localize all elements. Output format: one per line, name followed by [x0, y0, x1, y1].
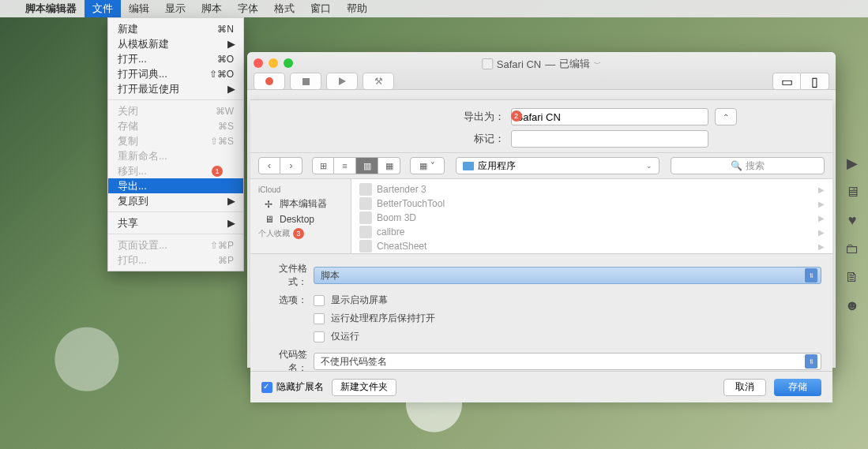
cancel-button[interactable]: 取消 [723, 379, 766, 396]
app-icon: ✢ [265, 199, 276, 210]
menu-open-dictionary[interactable]: 打开词典...⇧⌘O [108, 66, 243, 81]
file-column[interactable]: Bartender 3▶ BetterTouchTool▶ Boom 3D▶ c… [351, 179, 832, 253]
nav-forward[interactable]: › [280, 157, 302, 174]
sheet-bottom-bar: 隐藏扩展名 新建文件夹 取消 存储 [250, 371, 832, 402]
menu-open-recent[interactable]: 打开最近使用▶ [108, 81, 243, 96]
sidebar-header-icloud: iCloud [250, 184, 351, 196]
window-close[interactable] [254, 58, 263, 68]
compile-button[interactable]: ⚒ [363, 73, 394, 90]
app-icon [359, 183, 372, 196]
app-menu[interactable]: 脚本编辑器 [17, 0, 85, 17]
stay-open-label: 运行处理程序后保持打开 [331, 312, 435, 325]
menu-help[interactable]: 帮助 [339, 0, 375, 17]
file-format-label: 文件格式： [261, 262, 307, 289]
file-item[interactable]: Boom 3D▶ [351, 211, 832, 225]
chat-icon[interactable]: ▶ [844, 155, 861, 172]
sidebar-desktop[interactable]: 🖥Desktop [250, 212, 351, 226]
view-gallery[interactable]: ▦ [378, 157, 400, 174]
stop-button[interactable] [290, 73, 321, 90]
view-list[interactable]: ≡ [334, 157, 356, 174]
menu-page-setup: 页面设置...⇧⌘P [108, 238, 243, 253]
file-item[interactable]: Bartender 3▶ [351, 182, 832, 196]
file-item[interactable]: CheatSheet▶ [351, 239, 832, 253]
heart-icon[interactable]: ♥ [844, 211, 861, 229]
app-icon [359, 240, 372, 253]
run-button[interactable] [326, 73, 358, 90]
file-format-select[interactable]: 脚本⥮ [314, 267, 821, 284]
sidebar: iCloud ✢脚本编辑器 🖥Desktop 个人收藏3 [250, 179, 351, 253]
app-icon [359, 226, 372, 238]
right-dock: ▶ 🖥 ♥ 🗀 🗎 ☻ [836, 155, 868, 314]
window-zoom[interactable] [284, 58, 293, 68]
menu-share[interactable]: 共享▶ [108, 215, 243, 230]
panel-toggle-left[interactable]: ▭ [772, 73, 801, 90]
menubar: 脚本编辑器 文件 编辑 显示 脚本 字体 格式 窗口 帮助 [0, 0, 868, 17]
sidebar-script-editor[interactable]: ✢脚本编辑器 [250, 196, 351, 212]
hide-extension-label: 隐藏扩展名 [276, 380, 324, 394]
menu-view[interactable]: 显示 [157, 0, 194, 17]
run-only-label: 仅运行 [331, 330, 359, 343]
menu-moveto: 移到...1 [108, 163, 243, 178]
search-field[interactable]: 🔍 搜索 [671, 157, 825, 174]
menu-close: 关闭⌘W [108, 103, 243, 118]
file-dropdown: 新建⌘N 从模板新建▶ 打开...⌘O 打开词典...⇧⌘O 打开最近使用▶ 关… [107, 17, 244, 271]
menu-window[interactable]: 窗口 [302, 0, 339, 17]
expand-collapse-button[interactable]: ⌃ [715, 108, 737, 125]
show-startup-label: 显示启动屏幕 [331, 294, 388, 307]
menu-print: 打印...⌘P [108, 253, 243, 268]
panel-toggle-right[interactable]: ▯ [801, 73, 829, 90]
folder-icon [463, 162, 474, 170]
menu-script[interactable]: 脚本 [194, 0, 230, 17]
menu-rename: 重新命名... [108, 148, 243, 163]
app-icon [359, 197, 372, 210]
export-sheet: 2 导出为： ⌃ 标记： ‹ › ⊞ ≡ ▥ ▦ ▦ ˅ 应用程序 ⌄ 🔍 [250, 99, 832, 402]
record-button[interactable] [254, 73, 285, 90]
show-startup-checkbox[interactable] [314, 295, 325, 306]
tags-input[interactable] [511, 130, 708, 148]
options-label: 选项： [261, 294, 307, 307]
stay-open-checkbox[interactable] [314, 313, 325, 324]
titlebar: Safari CN — 已编辑 ﹀ ⚒ ▭ ▯ [247, 52, 836, 90]
file-clock-icon[interactable]: 🗎 [844, 268, 861, 286]
save-button[interactable]: 存储 [774, 379, 821, 396]
hide-extension-checkbox[interactable] [261, 382, 272, 393]
search-icon: 🔍 [731, 160, 742, 171]
nav-back[interactable]: ‹ [258, 157, 280, 174]
menu-duplicate: 复制⇧⌘S [108, 133, 243, 148]
menu-revert[interactable]: 复原到▶ [108, 193, 243, 208]
view-columns[interactable]: ▥ [356, 157, 378, 174]
location-popup[interactable]: 应用程序 ⌄ [456, 157, 659, 174]
menu-edit[interactable]: 编辑 [121, 0, 157, 17]
document-icon [482, 58, 493, 69]
export-as-label: 2 导出为： [347, 110, 505, 124]
app-icon [359, 211, 372, 224]
window-title: Safari CN — 已编辑 ﹀ [482, 57, 601, 71]
menu-export[interactable]: 导出... [108, 178, 243, 193]
menu-format[interactable]: 格式 [266, 0, 302, 17]
export-name-input[interactable] [511, 108, 708, 125]
browser-toolbar: ‹ › ⊞ ≡ ▥ ▦ ▦ ˅ 应用程序 ⌄ 🔍 搜索 [250, 152, 832, 179]
run-only-checkbox[interactable] [314, 331, 325, 342]
menu-new-from-template[interactable]: 从模板新建▶ [108, 36, 243, 51]
group-menu[interactable]: ▦ ˅ [410, 157, 445, 174]
menu-file[interactable]: 文件 [85, 0, 121, 17]
menu-save: 存储⌘S [108, 118, 243, 133]
view-icons[interactable]: ⊞ [312, 157, 334, 174]
codesign-select[interactable]: 不使用代码签名⥮ [314, 353, 821, 370]
sidebar-header-favorites: 个人收藏3 [250, 226, 351, 241]
tags-label: 标记： [347, 132, 505, 146]
export-options: 文件格式： 脚本⥮ 选项： 显示启动屏幕 运行处理程序后保持打开 仅运行 代码签… [250, 254, 832, 381]
folder-clock-icon[interactable]: 🗀 [844, 240, 861, 257]
file-item[interactable]: calibre▶ [351, 225, 832, 239]
new-folder-button[interactable]: 新建文件夹 [332, 379, 396, 396]
finder-icon[interactable]: ☻ [844, 297, 861, 314]
window-minimize[interactable] [269, 58, 278, 68]
file-browser: iCloud ✢脚本编辑器 🖥Desktop 个人收藏3 Bartender 3… [250, 179, 832, 254]
desktop-icon: 🖥 [265, 214, 276, 225]
monitor-icon[interactable]: 🖥 [844, 183, 861, 200]
file-item[interactable]: BetterTouchTool▶ [351, 196, 832, 211]
menu-new[interactable]: 新建⌘N [108, 21, 243, 36]
menu-font[interactable]: 字体 [230, 0, 266, 17]
menu-open[interactable]: 打开...⌘O [108, 51, 243, 66]
